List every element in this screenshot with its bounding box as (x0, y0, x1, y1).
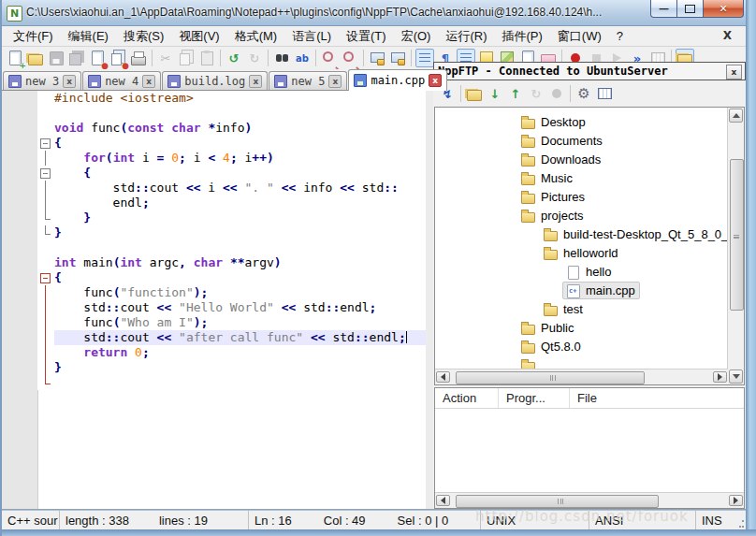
abort-icon[interactable] (547, 84, 566, 103)
tree-item-documents[interactable]: Documents (435, 131, 728, 150)
code-line[interactable]: 10 (2, 240, 426, 255)
insert-mode-status[interactable]: INS (696, 511, 737, 530)
scroll-right-button[interactable] (713, 371, 727, 383)
code-line[interactable]: 5 for(int i = 0; i < 4; i++) (2, 151, 426, 166)
queue-column-progr[interactable]: Progr... (499, 388, 570, 408)
scroll-down-button[interactable] (729, 369, 743, 384)
tree-item-downloads[interactable]: Downloads (435, 150, 728, 168)
tree-vertical-scrollbar[interactable] (727, 108, 744, 384)
code-line[interactable]: 2 (2, 106, 426, 121)
tree-item-desktop[interactable]: Desktop (435, 112, 728, 131)
tree-item-helloworld[interactable]: helloworld (435, 243, 728, 262)
menu-item[interactable]: 窗口(W) (550, 26, 609, 47)
title-bar[interactable]: N C:\Users\xiaohui.an_1\AppData\Roaming\… (0, 0, 756, 26)
tab-close-icon[interactable]: x (63, 75, 76, 88)
minimize-button[interactable]: — (650, 0, 677, 18)
scrollbar-thumb[interactable] (456, 495, 659, 508)
close-file-icon[interactable] (88, 49, 107, 67)
code-line[interactable]: 9} (2, 225, 426, 240)
menu-item[interactable]: 宏(O) (394, 26, 439, 47)
code-line[interactable]: 14 std::cout << "Hello World" << std::en… (2, 300, 426, 315)
zoom-in-icon[interactable] (320, 49, 339, 67)
sync-horizontal-scroll-icon[interactable] (388, 49, 407, 67)
paste-icon[interactable] (197, 49, 216, 67)
undo-icon[interactable]: ↺ (225, 49, 243, 67)
maximize-button[interactable] (677, 0, 703, 18)
tab-build-log[interactable]: build.logx (162, 71, 268, 90)
tree-item-music[interactable]: Music (435, 168, 728, 187)
find-icon[interactable] (272, 49, 291, 67)
replace-icon[interactable] (293, 49, 312, 67)
messages-window-icon[interactable] (595, 84, 614, 103)
fold-margin[interactable] (37, 166, 54, 181)
word-wrap-icon[interactable] (415, 49, 434, 67)
scroll-left-button[interactable] (436, 371, 450, 383)
scroll-right-button[interactable] (729, 495, 743, 506)
menu-item[interactable]: 搜索(S) (116, 26, 171, 47)
print-icon[interactable] (129, 49, 148, 67)
menu-close-button[interactable]: X (719, 28, 736, 43)
tab-new-4[interactable]: new 4x (82, 71, 161, 90)
tab-new-3[interactable]: new 3x (3, 71, 81, 90)
menu-item[interactable]: 文件(F) (6, 26, 61, 47)
code-line[interactable]: 4{ (2, 136, 426, 151)
queue-horizontal-scrollbar[interactable] (435, 492, 744, 508)
tree-horizontal-scrollbar[interactable] (435, 369, 728, 384)
menu-item[interactable]: 视图(V) (171, 26, 226, 47)
nppftp-panel-header[interactable]: NppFTP - Connected to UbuntuServer x (433, 62, 746, 80)
queue-column-action[interactable]: Action (435, 388, 499, 408)
code-line[interactable]: 6 { (2, 166, 426, 181)
tree-item-qt5-8-0[interactable]: Qt5.8.0 (435, 337, 728, 355)
code-line[interactable]: endl; (2, 196, 426, 210)
code-line[interactable]: 13 func("function"); (2, 285, 426, 300)
code-line[interactable]: 8 } (2, 210, 426, 225)
copy-icon[interactable] (177, 49, 196, 67)
code-line[interactable]: 1#include <iostream> (2, 91, 426, 106)
menu-item[interactable]: 运行(R) (438, 26, 494, 47)
tree-item-projects[interactable]: projects (435, 206, 728, 225)
code-line[interactable]: 12{ (2, 270, 426, 285)
save-icon[interactable] (47, 49, 65, 67)
panel-splitter[interactable] (426, 91, 433, 509)
code-line[interactable]: 16 std::cout << "after call func" << std… (2, 330, 426, 345)
code-editor[interactable]: 1#include <iostream>23void func(const ch… (2, 91, 426, 509)
fold-margin[interactable] (37, 270, 54, 285)
tab-close-icon[interactable]: x (142, 75, 155, 88)
resize-grip[interactable] (736, 520, 744, 528)
code-line[interactable]: 18} (2, 360, 426, 375)
tab-close-icon[interactable]: x (249, 75, 262, 88)
menu-item[interactable]: 插件(P) (494, 26, 549, 47)
save-all-icon[interactable] (67, 49, 86, 67)
fold-margin[interactable] (37, 136, 54, 151)
scrollbar-thumb[interactable] (456, 371, 645, 384)
code-line[interactable]: 19 (2, 375, 426, 390)
tab-new-5[interactable]: new 5x (269, 71, 347, 90)
code-line[interactable]: 15 func("Who am I"); (2, 315, 426, 330)
nppftp-close-button[interactable]: x (726, 65, 742, 80)
refresh-icon[interactable]: ↻ (527, 84, 545, 103)
upload-file-icon[interactable]: ↑ (506, 84, 525, 103)
cut-icon[interactable]: ✂ (156, 49, 175, 67)
scroll-left-button[interactable] (436, 495, 450, 506)
sync-vertical-scroll-icon[interactable] (368, 49, 386, 67)
code-line[interactable]: 3void func(const char *info) (2, 121, 426, 136)
tree-item-public[interactable]: Public (435, 318, 728, 337)
tab-main-cpp[interactable]: main.cppx (348, 69, 447, 91)
code-line[interactable]: 17 return 0; (2, 345, 426, 360)
download-file-icon[interactable]: ↓ (486, 84, 504, 103)
tree-item-test[interactable]: test (435, 299, 728, 318)
menu-item[interactable]: 设置(T) (339, 26, 394, 47)
scroll-up-button[interactable] (729, 109, 743, 123)
menu-item[interactable]: 格式(M) (227, 26, 285, 47)
open-file-icon[interactable] (26, 49, 45, 67)
tree-item-build-test-desktop-qt-5-8-0-gcc[interactable]: build-test-Desktop_Qt_5_8_0_GCC (435, 225, 728, 243)
eol-format-status[interactable]: UNIX (481, 511, 589, 530)
open-directory-icon[interactable] (465, 84, 484, 103)
encoding-status[interactable]: ANSI (589, 511, 696, 530)
tab-close-icon[interactable]: x (429, 74, 442, 87)
queue-column-file[interactable]: File (570, 388, 744, 408)
tree-item-main-cpp[interactable]: main.cpp (435, 281, 728, 299)
scrollbar-thumb[interactable] (730, 159, 744, 311)
new-file-icon[interactable] (6, 49, 24, 67)
tab-close-icon[interactable]: x (328, 75, 342, 88)
